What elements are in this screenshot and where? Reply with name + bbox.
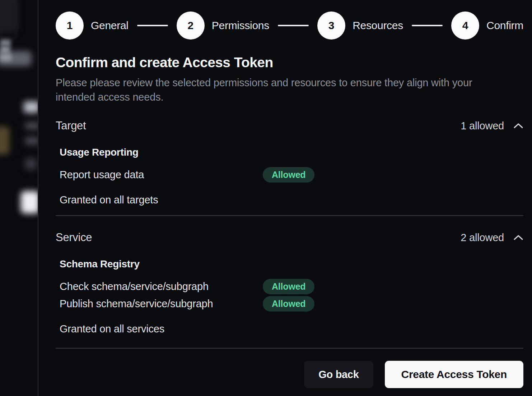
blurred-icon — [25, 158, 37, 170]
chevron-up-icon — [513, 234, 523, 241]
permission-label: Report usage data — [60, 169, 144, 181]
permission-row: Publish schema/service/subgraph Allowed — [60, 295, 523, 312]
allowed-badge: Allowed — [263, 167, 314, 183]
create-access-token-button[interactable]: Create Access Token — [385, 361, 523, 388]
step-connector-line — [412, 25, 443, 26]
step-label: General — [91, 19, 129, 32]
step-number-circle: 1 — [56, 11, 84, 40]
allowed-badge: Allowed — [263, 279, 314, 294]
section-title: Service — [56, 231, 92, 244]
blurred-card — [21, 191, 38, 213]
blurred-text — [0, 46, 10, 54]
permission-label: Check schema/service/subgraph — [60, 281, 209, 293]
permission-label: Publish schema/service/subgraph — [60, 298, 213, 310]
step-general[interactable]: 1 General — [56, 11, 129, 40]
permission-group-usage-reporting: Usage Reporting Report usage data Allowe… — [56, 147, 523, 183]
step-number-circle: 2 — [177, 11, 205, 40]
section-title: Target — [56, 119, 86, 132]
section-header-service[interactable]: Service 2 allowed — [56, 231, 523, 244]
section-divider — [56, 215, 523, 216]
background-page-blurred — [0, 0, 38, 396]
step-label: Resources — [353, 19, 403, 32]
permission-rows: Check schema/service/subgraph Allowed Pu… — [60, 278, 523, 312]
step-number-circle: 4 — [451, 11, 479, 40]
granted-note: Granted on all targets — [56, 194, 523, 206]
step-connector-line — [278, 25, 309, 26]
granted-note: Granted on all services — [56, 323, 523, 335]
blurred-highlight — [0, 126, 9, 155]
section-summary: 2 allowed — [461, 232, 523, 244]
blurred-text — [25, 122, 38, 129]
footer-actions: Go back Create Access Token — [56, 361, 523, 388]
step-number-circle: 3 — [317, 11, 345, 40]
section-summary: 1 allowed — [461, 120, 523, 132]
allowed-count: 2 allowed — [461, 232, 504, 244]
footer-divider — [56, 348, 523, 349]
step-connector-line — [137, 25, 168, 26]
go-back-button[interactable]: Go back — [304, 361, 373, 388]
blurred-text — [25, 137, 38, 144]
step-permissions[interactable]: 2 Permissions — [177, 11, 269, 40]
page-title: Confirm and create Access Token — [56, 55, 523, 70]
blurred-card-outline — [0, 0, 17, 40]
chevron-up-icon — [513, 123, 523, 129]
blurred-text — [0, 54, 11, 61]
permission-row: Check schema/service/subgraph Allowed — [60, 278, 523, 295]
wizard-stepper: 1 General 2 Permissions 3 Resources 4 Co… — [56, 11, 523, 40]
page-description: Please please review the selected permis… — [56, 75, 501, 104]
section-header-target[interactable]: Target 1 allowed — [56, 119, 523, 132]
blurred-text — [0, 40, 11, 46]
permission-group-schema-registry: Schema Registry Check schema/service/sub… — [56, 258, 523, 312]
permission-row: Report usage data Allowed — [60, 166, 523, 183]
step-label: Confirm — [486, 19, 523, 32]
step-label: Permissions — [212, 19, 269, 32]
step-confirm[interactable]: 4 Confirm — [451, 11, 523, 40]
allowed-badge: Allowed — [263, 296, 314, 312]
permission-group-title: Usage Reporting — [60, 147, 523, 158]
permission-rows: Report usage data Allowed — [60, 166, 523, 183]
blurred-text — [24, 101, 38, 113]
allowed-count: 1 allowed — [461, 120, 504, 132]
create-access-token-modal: 1 General 2 Permissions 3 Resources 4 Co… — [38, 0, 532, 396]
step-resources[interactable]: 3 Resources — [317, 11, 403, 40]
permission-group-title: Schema Registry — [60, 258, 523, 270]
